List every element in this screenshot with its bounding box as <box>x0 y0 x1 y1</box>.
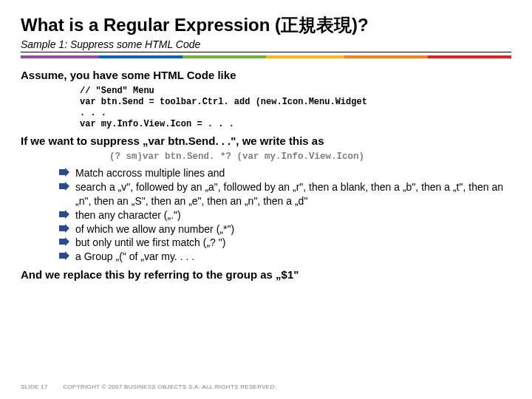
bullet-list: Match accross multiple lines and search … <box>59 166 511 264</box>
slide-number: SLIDE 17 <box>21 383 48 390</box>
replace-text-post: " <box>293 268 299 281</box>
list-item: search a „v", followed by an „a", follow… <box>59 180 511 208</box>
list-item: of which we allow any number („*") <box>59 222 511 236</box>
slide-subtitle: Sample 1: Suppress some HTML Code <box>21 38 511 52</box>
list-item: Match accross multiple lines and <box>59 166 511 180</box>
svg-marker-2 <box>59 210 69 219</box>
svg-marker-0 <box>59 168 69 177</box>
brand-color-bar <box>21 55 511 58</box>
replace-text-pre: And we replace this by referring to the … <box>21 268 282 281</box>
slide-title: What is a Regular Expression (正規表現)? <box>21 13 511 37</box>
bullet-arrow-icon <box>59 237 69 246</box>
list-item: then any character („.") <box>59 208 511 222</box>
bullet-arrow-icon <box>59 182 69 191</box>
bullet-text: then any character („.") <box>75 209 181 221</box>
bullet-arrow-icon <box>59 210 69 219</box>
copyright-text: COPYRIGHT © 2007 BUSINESS OBJECTS S.A. A… <box>63 383 276 390</box>
heading-want: If we want to suppress „var btn.Send. . … <box>21 134 511 147</box>
svg-marker-3 <box>59 224 69 233</box>
bullet-text: a Group „(" of „var my. . . . <box>75 250 194 262</box>
slide-footer: SLIDE 17 COPYRIGHT © 2007 BUSINESS OBJEC… <box>21 383 276 390</box>
heading-replace: And we replace this by referring to the … <box>21 268 511 281</box>
bullet-text: Match accross multiple lines and <box>75 167 225 179</box>
bullet-arrow-icon <box>59 224 69 233</box>
svg-marker-5 <box>59 251 69 260</box>
list-item: but only until we first match („? ") <box>59 236 511 250</box>
bullet-text: but only until we first match („? ") <box>75 236 225 248</box>
replace-group-ref: $1 <box>282 268 294 281</box>
heading-assume: Assume, you have some HTML Code like <box>21 69 511 81</box>
list-item: a Group „(" of „var my. . . . <box>59 250 511 264</box>
svg-marker-4 <box>59 237 69 246</box>
bullet-text: of which we allow any number („*") <box>75 223 234 235</box>
bullet-text: search a „v", followed by an „a", follow… <box>75 181 503 207</box>
svg-marker-1 <box>59 182 69 191</box>
bullet-arrow-icon <box>59 168 69 177</box>
bullet-arrow-icon <box>59 251 69 260</box>
regex-expression: (? sm)var btn.Send. *? (var my.Info.View… <box>109 151 511 162</box>
code-sample-1: // "Send" Menu var btn.Send = toolbar.Ct… <box>80 86 511 130</box>
